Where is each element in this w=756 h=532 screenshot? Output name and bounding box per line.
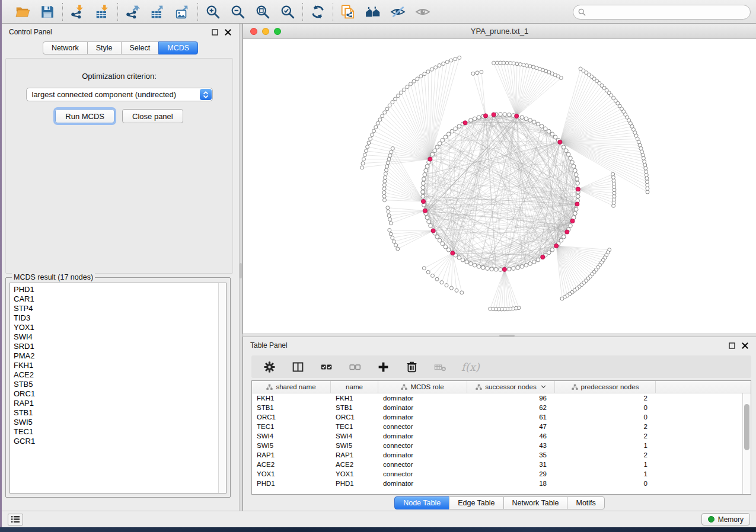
network-window-titlebar[interactable]: YPA_prune.txt_1 <box>243 24 756 39</box>
mcds-list-item[interactable]: STP4 <box>14 304 226 313</box>
mcds-list-item[interactable]: GCR1 <box>14 437 226 446</box>
mcds-list-item[interactable]: YOX1 <box>14 323 226 332</box>
tab-edge-table[interactable]: Edge Table <box>449 496 503 509</box>
column-header-predecessor-nodes[interactable]: predecessor nodes <box>555 381 656 393</box>
table-cell: PHD1 <box>331 479 378 488</box>
table-cell: PHD1 <box>252 479 331 488</box>
mcds-list-item[interactable]: SWI4 <box>14 332 226 342</box>
clone-network-icon[interactable] <box>339 3 357 21</box>
table-row[interactable]: SWI4SWI4dominator462 <box>252 431 751 441</box>
table-cell: 2 <box>555 393 656 403</box>
export-network-icon[interactable] <box>124 3 142 21</box>
import-network-icon[interactable] <box>69 3 87 21</box>
zoom-in-icon[interactable] <box>204 3 222 21</box>
column-header-name[interactable]: name <box>331 381 378 393</box>
hide-selected-icon[interactable] <box>389 3 407 21</box>
mcds-list-item[interactable]: STB1 <box>14 408 226 418</box>
run-mcds-button[interactable]: Run MCDS <box>55 109 114 123</box>
desktop-wallpaper-strip <box>0 527 756 532</box>
tab-node-table[interactable]: Node Table <box>394 496 449 509</box>
column-header-mcds-role[interactable]: MCDS role <box>378 381 467 393</box>
splitter-grip[interactable] <box>240 263 242 278</box>
table-row[interactable]: RAP1RAP1dominator352 <box>252 450 751 460</box>
mcds-list-item[interactable]: TID3 <box>14 313 226 323</box>
column-header-successor-nodes[interactable]: successor nodes <box>467 381 555 393</box>
zoom-selected-icon[interactable] <box>279 3 296 21</box>
table-cell: 1 <box>555 441 656 450</box>
table-row[interactable]: ACE2ACE2connector311 <box>252 460 751 469</box>
table-row[interactable]: SWI5SWI5connector431 <box>252 441 751 450</box>
search-input[interactable] <box>589 7 750 18</box>
mcds-list-item[interactable]: STB5 <box>14 380 226 389</box>
table-row[interactable]: YOX1YOX1connector291 <box>252 469 751 479</box>
table-row[interactable]: STB1STB1dominator620 <box>252 403 751 412</box>
table-cell: 2 <box>555 422 656 431</box>
show-panels-list-button[interactable] <box>8 514 23 525</box>
open-file-icon[interactable] <box>14 3 31 21</box>
column-header-filler <box>656 381 751 393</box>
import-table-icon[interactable] <box>94 3 111 21</box>
mcds-list-item[interactable]: CAR1 <box>14 294 226 304</box>
close-panel-icon[interactable] <box>741 341 749 350</box>
float-panel-icon[interactable] <box>210 28 219 36</box>
table-scrollbar[interactable] <box>742 393 751 494</box>
close-panel-button[interactable]: Close panel <box>122 109 183 123</box>
memory-button[interactable]: Memory <box>701 513 750 525</box>
search-field[interactable] <box>573 5 751 20</box>
mcds-list-item[interactable]: TEC1 <box>14 427 226 437</box>
mcds-list-item[interactable]: PHD1 <box>14 285 226 294</box>
delete-columns-icon[interactable] <box>404 360 419 374</box>
deselect-all-icon[interactable] <box>347 360 362 374</box>
table-cell: 31 <box>467 460 555 469</box>
table-row[interactable]: ORC1ORC1dominator610 <box>252 412 751 422</box>
tab-network-table[interactable]: Network Table <box>503 496 568 509</box>
tab-mcds[interactable]: MCDS <box>158 41 198 55</box>
mcds-list-item[interactable]: SRD1 <box>14 342 226 351</box>
criterion-dropdown[interactable]: largest connected component (undirected) <box>26 88 213 101</box>
table-cell: 1 <box>555 469 656 479</box>
tab-style[interactable]: Style <box>87 41 122 55</box>
close-panel-icon[interactable] <box>224 28 232 36</box>
show-columns-icon[interactable] <box>291 360 305 374</box>
save-session-icon[interactable] <box>39 3 56 21</box>
scrollbar-thumb[interactable] <box>744 404 749 450</box>
zoom-out-icon[interactable] <box>229 3 247 21</box>
select-all-icon[interactable] <box>319 360 333 374</box>
control-panel-title: Control Panel <box>9 28 52 36</box>
tab-select[interactable]: Select <box>121 41 160 55</box>
mcds-list-item[interactable]: ORC1 <box>14 389 226 399</box>
tab-motifs[interactable]: Motifs <box>567 496 604 509</box>
first-neighbors-icon[interactable] <box>364 3 382 21</box>
memory-status-icon <box>708 516 714 523</box>
export-table-icon[interactable] <box>149 3 167 21</box>
table-cell: SWI5 <box>252 441 331 450</box>
tab-network[interactable]: Network <box>43 41 88 55</box>
add-column-icon[interactable] <box>376 360 390 374</box>
float-panel-icon[interactable] <box>728 341 736 350</box>
delete-table-icon[interactable] <box>433 360 447 374</box>
mcds-list-item[interactable]: RAP1 <box>14 399 226 408</box>
network-canvas[interactable] <box>243 39 756 334</box>
splitter-grip[interactable] <box>499 335 515 336</box>
table-options-gear-icon[interactable] <box>262 360 276 374</box>
mcds-list-item[interactable]: SWI5 <box>14 418 226 427</box>
column-header-shared-name[interactable]: shared name <box>252 381 331 393</box>
zoom-fit-icon[interactable] <box>254 3 272 21</box>
mcds-list-item[interactable]: PMA2 <box>14 351 226 361</box>
refresh-layout-icon[interactable] <box>309 3 327 21</box>
horizontal-splitter[interactable] <box>243 334 756 337</box>
sort-descending-icon <box>541 385 546 389</box>
mcds-list-item[interactable]: FKH1 <box>14 361 226 370</box>
table-row[interactable]: TEC1TEC1connector472 <box>252 422 751 431</box>
vertical-splitter[interactable] <box>239 24 243 511</box>
table-row[interactable]: FKH1FKH1dominator962 <box>252 393 751 403</box>
table-row[interactable]: PHD1PHD1dominator180 <box>252 479 751 488</box>
mcds-list-scrollbar[interactable] <box>218 283 226 493</box>
network-title: YPA_prune.txt_1 <box>243 27 756 36</box>
function-builder-icon[interactable]: f(x) <box>461 360 480 374</box>
show-all-icon[interactable] <box>414 3 432 21</box>
mcds-result-list[interactable]: PHD1CAR1STP4TID3YOX1SWI4SRD1PMA2FKH1ACE2… <box>9 283 227 493</box>
mcds-list-item[interactable]: ACE2 <box>14 370 226 380</box>
column-label: MCDS role <box>410 383 444 390</box>
export-image-icon[interactable] <box>174 3 192 21</box>
